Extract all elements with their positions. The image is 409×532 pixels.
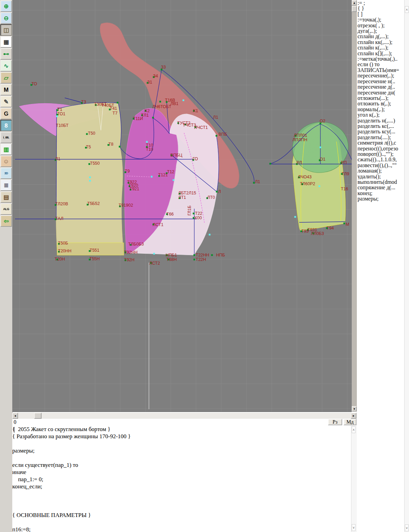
pattern-piece-button[interactable]: ▱	[0, 72, 12, 84]
command-item[interactable]: разделить ксу(...	[358, 129, 404, 134]
measure-segment-button[interactable]: ⊷	[0, 48, 12, 60]
canvas-area[interactable]: ТОТ3Т30БТТ40БТТ41Т7Т1ТО1Т10БТТ50Т5Т8Л1Т5…	[12, 0, 352, 412]
command-item[interactable]: удалить();	[358, 174, 404, 179]
command-item[interactable]: пересечение(,.);	[358, 73, 404, 78]
selected-point[interactable]	[319, 186, 320, 187]
pattern-point[interactable]	[160, 101, 161, 103]
pattern-point[interactable]	[194, 254, 195, 256]
command-item[interactable]: пересечение н(..	[358, 79, 404, 84]
pattern-point[interactable]	[119, 146, 121, 148]
command-item[interactable]: выполнить(dmod	[358, 179, 404, 185]
models-md-button[interactable]: Мд	[344, 419, 357, 425]
commands-scroll-down-button[interactable]: ∨	[405, 524, 409, 531]
command-item[interactable]: [ ]	[358, 12, 404, 17]
pattern-point[interactable]	[194, 259, 195, 261]
selected-point[interactable]	[151, 176, 153, 178]
exit-button[interactable]: ⇦	[0, 215, 12, 227]
command-item[interactable]: отложить(...);	[358, 95, 404, 101]
point-label: З1	[147, 80, 152, 85]
drafting-tools-button[interactable]: ✎	[0, 96, 12, 107]
model-photo-button[interactable]: ☺	[0, 156, 12, 167]
print-preview-button[interactable]: ◫	[0, 24, 12, 36]
command-item[interactable]: отрезок( , );	[358, 23, 404, 28]
pattern-point[interactable]	[216, 135, 217, 137]
selected-point[interactable]	[183, 100, 184, 101]
pattern-point[interactable]	[211, 254, 213, 256]
pattern-point[interactable]	[152, 117, 154, 119]
grid-button[interactable]: ▦	[0, 36, 12, 48]
marker-button[interactable]: M	[0, 84, 12, 95]
selected-point[interactable]	[173, 179, 175, 181]
pattern-canvas[interactable]: ТОТ3Т30БТТ40БТТ41Т7Т1ТО1Т10БТТ50Т5Т8Л1Т5…	[12, 0, 352, 412]
command-item[interactable]: разделить н(,....)	[358, 118, 404, 123]
scroll-right-button[interactable]: ►	[351, 413, 357, 419]
zoom-in-button[interactable]: ⊕	[0, 0, 12, 12]
selected-point[interactable]	[89, 177, 91, 178]
pattern-point[interactable]	[270, 163, 271, 165]
pattern-point[interactable]	[344, 223, 345, 224]
selected-point[interactable]	[209, 234, 211, 236]
command-item[interactable]: отложить в(,.);	[358, 101, 404, 106]
sketch-curve-button[interactable]: ∿	[0, 60, 12, 72]
command-item[interactable]: :=метка(точка(,)..	[358, 56, 404, 62]
i66-button[interactable]: i_66.	[0, 132, 12, 143]
selected-point[interactable]	[320, 147, 321, 148]
command-item[interactable]: сопряжение д(...	[358, 185, 404, 190]
selected-point[interactable]	[294, 216, 296, 218]
zoom-out-button[interactable]: ⊖	[0, 12, 12, 24]
canvas-horizontal-scrollbar[interactable]: ◄ ►	[12, 413, 357, 419]
pattern-point[interactable]	[117, 102, 119, 104]
pattern-point[interactable]	[86, 133, 88, 135]
canvas-vscroll-thumb[interactable]	[352, 6, 357, 12]
command-list-scrollbar[interactable]: ∧ ∨	[404, 0, 409, 532]
canvas-hscroll-thumb[interactable]	[34, 413, 42, 419]
selected-point[interactable]	[153, 253, 155, 255]
calc-button[interactable]: 8	[0, 120, 12, 131]
command-item[interactable]: { }	[358, 6, 404, 11]
editor-scroll-down-button[interactable]: ∨	[352, 524, 355, 531]
command-item[interactable]: сплайн кк(,....);	[358, 40, 404, 45]
scroll-up-button[interactable]: ▲	[352, 0, 357, 5]
commands-scroll-up-button[interactable]: ∧	[405, 6, 409, 13]
command-item[interactable]: :=точка(,);	[358, 17, 404, 23]
editor-scroll-up-button[interactable]: ∧	[352, 426, 355, 433]
command-item[interactable]: конец;	[358, 191, 404, 196]
command-item[interactable]: разделить кс(,...	[358, 123, 404, 129]
command-item[interactable]: перенос((),отрезо	[358, 146, 404, 151]
sizes-rz-button[interactable]: Рз	[328, 419, 342, 425]
command-item[interactable]: поворот(()..,"");	[358, 151, 404, 157]
algorithms-button[interactable]: ALG	[0, 203, 12, 215]
command-item[interactable]: размеры;	[358, 196, 404, 202]
command-item[interactable]: симметрия л((),с	[358, 140, 404, 146]
methods-books-button[interactable]: ▤	[0, 191, 12, 203]
command-item[interactable]: разделить(....);	[358, 135, 404, 140]
command-item[interactable]: пересечение дн(	[358, 90, 404, 95]
pattern-point[interactable]	[216, 191, 218, 193]
command-item[interactable]: ломаная();	[358, 168, 404, 174]
command-item[interactable]: сжать(()..,1.1.0.9,	[358, 157, 404, 162]
pattern-point[interactable]	[193, 213, 195, 215]
command-item[interactable]: нормаль(,.);	[358, 107, 404, 112]
selected-point[interactable]	[89, 180, 91, 182]
code-editor[interactable]: { 2055 Жакет со скругленным бортом }{ Ра…	[12, 426, 351, 532]
scroll-left-button[interactable]: ◄	[12, 413, 18, 419]
pattern-point[interactable]	[253, 182, 255, 184]
command-item[interactable]: сплайн к(,...);	[358, 45, 404, 50]
command-item[interactable]: ЗАПИСАТЬ(имя=	[358, 68, 404, 73]
canvas-vertical-scrollbar[interactable]: ▲ ▼	[352, 0, 357, 412]
command-item[interactable]: сплайн д(,...);	[358, 34, 404, 39]
command-item[interactable]: сплайн к[](,...);	[358, 51, 404, 56]
editor-vertical-scrollbar[interactable]: ∧ ∨	[351, 426, 357, 532]
text-list-button[interactable]: ≣	[0, 179, 12, 191]
command-item[interactable]: развести((),()..,""	[358, 163, 404, 168]
command-item[interactable]: дуга(,..);	[358, 28, 404, 34]
size-table-button[interactable]: ▥	[0, 144, 12, 155]
command-item[interactable]: угол к(,.);	[358, 112, 404, 118]
grazia-button[interactable]: G	[0, 108, 12, 119]
scroll-down-button[interactable]: ▼	[352, 406, 357, 412]
command-item[interactable]: := ;	[358, 0, 404, 6]
selected-point[interactable]	[146, 141, 148, 143]
command-item[interactable]: пересечение д(..	[358, 84, 404, 90]
view-3d-button[interactable]: 3D	[0, 167, 12, 179]
command-item[interactable]: если () то	[358, 62, 404, 67]
